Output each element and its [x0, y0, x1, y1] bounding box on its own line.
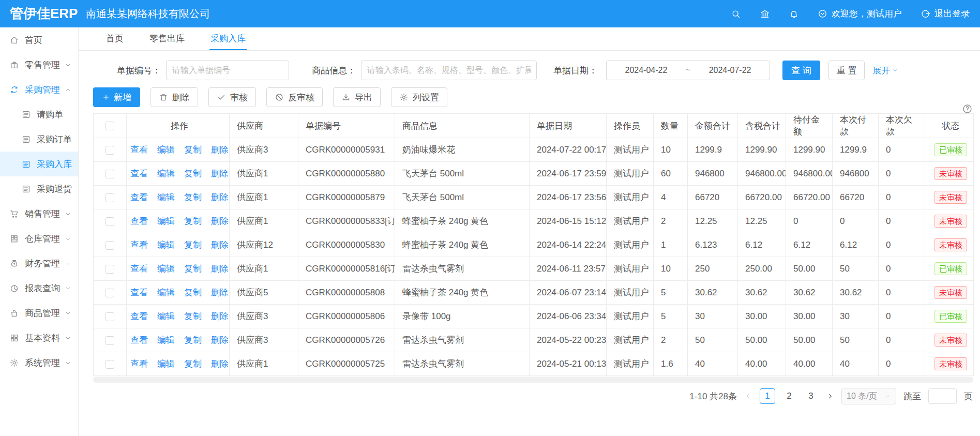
- page-button-1[interactable]: 1: [760, 388, 775, 404]
- row-checkbox[interactable]: [105, 265, 114, 274]
- jump-page-input[interactable]: [928, 388, 957, 404]
- sidebar-item-系统管理[interactable]: 系统管理: [0, 350, 78, 375]
- cell-owed: 0: [879, 257, 925, 281]
- row-actions: 查看编辑复制删除: [134, 287, 225, 298]
- sidebar-item-采购管理[interactable]: 采购管理: [0, 77, 78, 102]
- row-action-查看[interactable]: 查看: [130, 191, 148, 203]
- row-action-编辑[interactable]: 编辑: [157, 310, 175, 322]
- row-checkbox[interactable]: [105, 217, 114, 226]
- row-checkbox[interactable]: [105, 146, 114, 155]
- page-button-3[interactable]: 3: [803, 388, 819, 404]
- horizontal-scrollbar[interactable]: [93, 377, 973, 383]
- row-checkbox[interactable]: [105, 360, 114, 369]
- row-action-复制[interactable]: 复制: [184, 334, 202, 346]
- cell-product: 奶油味爆米花: [395, 138, 530, 162]
- row-action-复制[interactable]: 复制: [184, 215, 202, 227]
- row-action-编辑[interactable]: 编辑: [157, 263, 175, 275]
- row-action-编辑[interactable]: 编辑: [157, 334, 175, 346]
- sidebar-item-基本资料[interactable]: 基本资料: [0, 325, 78, 350]
- row-action-删除[interactable]: 删除: [211, 191, 229, 203]
- row-checkbox[interactable]: [105, 193, 114, 202]
- add-button[interactable]: 新增: [93, 87, 140, 107]
- row-action-复制[interactable]: 复制: [184, 191, 202, 203]
- row-action-删除[interactable]: 删除: [211, 310, 229, 322]
- sidebar-item-仓库管理[interactable]: 仓库管理: [0, 226, 78, 251]
- unaudit-button[interactable]: 反审核: [266, 87, 323, 107]
- row-checkbox[interactable]: [105, 312, 114, 321]
- sidebar-item-零售管理[interactable]: 零售管理: [0, 52, 78, 77]
- bank-icon[interactable]: [760, 9, 770, 19]
- column-settings-button[interactable]: 列设置: [391, 87, 447, 107]
- welcome-user[interactable]: 欢迎您，测试用户: [818, 8, 902, 20]
- row-action-编辑[interactable]: 编辑: [157, 287, 175, 298]
- row-action-复制[interactable]: 复制: [184, 168, 202, 179]
- date-to[interactable]: 2024-07-22: [709, 66, 751, 75]
- prev-page-icon[interactable]: [744, 392, 752, 400]
- row-action-查看[interactable]: 查看: [130, 263, 148, 275]
- search-button[interactable]: 查 询: [782, 61, 820, 80]
- page-size-select[interactable]: 10 条/页: [841, 388, 896, 404]
- row-action-删除[interactable]: 删除: [211, 358, 229, 370]
- sidebar-item-商品管理[interactable]: 商品管理: [0, 300, 78, 325]
- row-checkbox[interactable]: [105, 289, 114, 297]
- reset-button[interactable]: 重 置: [828, 61, 865, 80]
- row-action-编辑[interactable]: 编辑: [157, 358, 175, 370]
- row-action-删除[interactable]: 删除: [211, 334, 229, 346]
- row-action-删除[interactable]: 删除: [211, 287, 229, 298]
- row-action-查看[interactable]: 查看: [130, 334, 148, 346]
- export-button[interactable]: 导出: [333, 87, 381, 107]
- page-button-2[interactable]: 2: [781, 388, 797, 404]
- bell-icon[interactable]: [789, 9, 799, 19]
- row-action-编辑[interactable]: 编辑: [157, 144, 175, 156]
- date-range-picker[interactable]: 2024-04-22 ~ 2024-07-22: [606, 61, 770, 80]
- select-all-checkbox[interactable]: [105, 122, 114, 130]
- help-icon[interactable]: [962, 103, 973, 114]
- tab-零售出库[interactable]: 零售出库: [148, 27, 186, 50]
- row-action-查看[interactable]: 查看: [130, 239, 148, 251]
- row-action-复制[interactable]: 复制: [184, 310, 202, 322]
- row-checkbox[interactable]: [105, 170, 114, 178]
- tab-采购入库[interactable]: 采购入库: [209, 27, 247, 50]
- product-info-input[interactable]: [361, 61, 537, 80]
- row-action-复制[interactable]: 复制: [184, 358, 202, 370]
- row-action-查看[interactable]: 查看: [130, 215, 148, 227]
- sidebar-item-请购单[interactable]: 请购单: [0, 102, 78, 127]
- row-action-删除[interactable]: 删除: [211, 239, 229, 251]
- doc-no-input[interactable]: [166, 61, 289, 80]
- sidebar-item-报表查询[interactable]: 报表查询: [0, 276, 78, 300]
- column-header-doc-no: 单据编号: [298, 114, 395, 138]
- sidebar-item-财务管理[interactable]: 财务管理: [0, 251, 78, 276]
- row-action-编辑[interactable]: 编辑: [157, 215, 175, 227]
- row-checkbox[interactable]: [105, 241, 114, 250]
- expand-link[interactable]: 展开: [872, 65, 899, 77]
- row-action-复制[interactable]: 复制: [184, 144, 202, 156]
- tab-首页[interactable]: 首页: [105, 27, 125, 50]
- audit-button[interactable]: 审核: [208, 87, 256, 107]
- row-action-查看[interactable]: 查看: [130, 287, 148, 298]
- sidebar-item-采购订单[interactable]: 采购订单: [0, 127, 78, 152]
- sidebar-item-采购入库[interactable]: 采购入库: [0, 152, 78, 176]
- sidebar-item-首页[interactable]: 首页: [0, 27, 78, 52]
- delete-button[interactable]: 删除: [150, 87, 198, 107]
- next-page-icon[interactable]: [826, 392, 834, 400]
- sidebar-item-销售管理[interactable]: 销售管理: [0, 201, 78, 226]
- row-action-复制[interactable]: 复制: [184, 287, 202, 298]
- row-action-查看[interactable]: 查看: [130, 168, 148, 179]
- sidebar-item-采购退货[interactable]: 采购退货: [0, 176, 78, 201]
- row-action-编辑[interactable]: 编辑: [157, 191, 175, 203]
- row-checkbox[interactable]: [105, 336, 114, 345]
- row-action-查看[interactable]: 查看: [130, 310, 148, 322]
- date-from[interactable]: 2024-04-22: [625, 66, 667, 75]
- row-action-复制[interactable]: 复制: [184, 263, 202, 275]
- row-action-查看[interactable]: 查看: [130, 144, 148, 156]
- row-action-删除[interactable]: 删除: [211, 168, 229, 179]
- row-action-删除[interactable]: 删除: [211, 144, 229, 156]
- search-icon[interactable]: [731, 9, 741, 19]
- row-action-编辑[interactable]: 编辑: [157, 168, 175, 179]
- row-action-删除[interactable]: 删除: [211, 263, 229, 275]
- row-action-删除[interactable]: 删除: [211, 215, 229, 227]
- logout-button[interactable]: 退出登录: [921, 8, 970, 20]
- row-action-编辑[interactable]: 编辑: [157, 239, 175, 251]
- row-action-复制[interactable]: 复制: [184, 239, 202, 251]
- row-action-查看[interactable]: 查看: [130, 358, 148, 370]
